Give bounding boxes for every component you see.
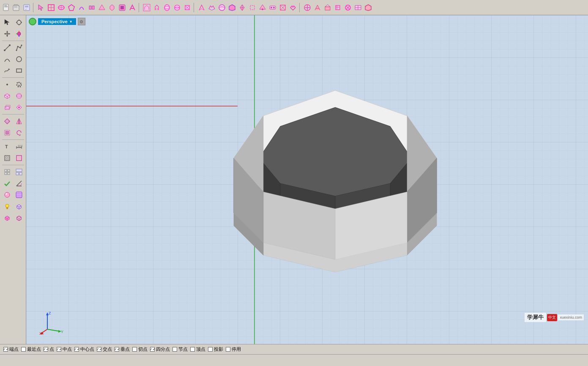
left-icon-rectangle[interactable] xyxy=(14,65,25,76)
left-icon-transform[interactable] xyxy=(2,116,13,127)
toolbar-icon-5[interactable] xyxy=(57,3,66,12)
snap-checkbox-disable[interactable] xyxy=(226,347,230,352)
toolbar-icon-6[interactable] xyxy=(67,3,76,12)
left-icon-angle-dim[interactable] xyxy=(14,178,25,189)
toolbar-icon-18[interactable] xyxy=(197,3,206,12)
toolbar-icon-15[interactable] xyxy=(162,3,172,12)
left-icon-extrude[interactable] xyxy=(2,102,13,113)
toolbar-icon-14[interactable] xyxy=(152,3,161,12)
toolbar-icon-30[interactable] xyxy=(323,3,332,12)
snap-checkbox-endpoint[interactable]: ✓ xyxy=(3,347,8,352)
snap-checkbox-knot[interactable] xyxy=(172,347,177,352)
left-icon-rotate[interactable] xyxy=(14,127,25,138)
left-icon-clipping[interactable] xyxy=(14,153,25,164)
toolbar-icon-2[interactable] xyxy=(12,3,21,12)
toolbar-icon-26[interactable] xyxy=(278,3,287,12)
toolbar-icon-1[interactable] xyxy=(2,3,11,12)
toolbar-icon-9[interactable] xyxy=(97,3,107,12)
left-icon-move-axes[interactable] xyxy=(2,28,13,39)
snap-item-intersect[interactable]: ✓ 交点 xyxy=(97,346,112,352)
toolbar-icon-21[interactable] xyxy=(227,3,237,12)
toolbar-icon-3[interactable] xyxy=(22,3,31,12)
snap-item-project[interactable]: 投影 xyxy=(208,346,223,352)
left-icon-hatch[interactable] xyxy=(2,153,13,164)
snap-item-endpoint[interactable]: ✓ 端点 xyxy=(3,346,19,352)
snap-checkbox-center[interactable]: ✓ xyxy=(74,347,79,352)
left-icon-line[interactable] xyxy=(2,42,13,53)
left-icon-layout[interactable] xyxy=(14,167,25,178)
left-icon-point[interactable] xyxy=(2,79,13,90)
left-icon-crosshair[interactable] xyxy=(14,17,25,28)
left-icon-revolve[interactable] xyxy=(14,102,25,113)
left-icon-cursor[interactable] xyxy=(2,17,13,28)
left-icon-arc[interactable] xyxy=(2,54,13,65)
left-icon-scale[interactable] xyxy=(2,127,13,138)
snap-item-vertex[interactable]: 顶点 xyxy=(190,346,205,352)
left-icon-block[interactable] xyxy=(14,201,25,212)
left-icon-freeform-curve[interactable] xyxy=(2,65,13,76)
viewport-menu-icon[interactable]: ⚙ xyxy=(78,18,85,25)
power-button[interactable] xyxy=(29,18,36,25)
snap-checkbox-point[interactable]: ✓ xyxy=(44,347,48,352)
left-icon-box[interactable] xyxy=(2,90,13,101)
toolbar-icon-23[interactable] xyxy=(248,3,257,12)
toolbar-icon-16[interactable] xyxy=(172,3,182,12)
perspective-dropdown[interactable]: Perspective xyxy=(38,18,76,25)
left-icon-circle[interactable] xyxy=(14,54,25,65)
snap-checkbox-midpoint[interactable]: ✓ xyxy=(57,347,61,352)
left-icon-dimension[interactable]: 12.0 xyxy=(14,141,25,152)
snap-checkbox-perp[interactable]: ✓ xyxy=(115,347,119,352)
toolbar-icon-12[interactable] xyxy=(128,3,137,12)
toolbar-icon-29[interactable] xyxy=(313,3,322,12)
toolbar-icon-20[interactable] xyxy=(217,3,227,12)
snap-item-tangent[interactable]: 切点 xyxy=(132,346,148,352)
viewport[interactable]: Perspective ⚙ xyxy=(26,15,588,344)
toolbar-icon-10[interactable] xyxy=(107,3,117,12)
left-icon-polyline[interactable] xyxy=(14,42,25,53)
left-icon-sphere[interactable] xyxy=(14,90,25,101)
toolbar-icon-8[interactable] xyxy=(87,3,96,12)
toolbar-icon-34[interactable] xyxy=(364,3,373,12)
left-icon-pointcloud[interactable] xyxy=(14,79,25,90)
snap-item-perp[interactable]: ✓ 垂点 xyxy=(115,346,130,352)
snap-item-point[interactable]: ✓ 点 xyxy=(44,346,54,352)
left-icon-text[interactable]: T xyxy=(2,141,13,152)
toolbar-icon-17[interactable] xyxy=(183,3,192,12)
snap-item-nearest[interactable]: 最近点 xyxy=(21,346,41,352)
snap-item-knot[interactable]: 节点 xyxy=(172,346,188,352)
toolbar-icon-28[interactable] xyxy=(303,3,312,12)
left-icon-light[interactable] xyxy=(2,201,13,212)
toolbar-icon-19[interactable] xyxy=(207,3,216,12)
left-icon-grid[interactable] xyxy=(2,167,13,178)
left-icon-mirror[interactable] xyxy=(14,116,25,127)
snap-item-quad[interactable]: ✓ 四分点 xyxy=(150,346,170,352)
toolbar-icon-select[interactable] xyxy=(36,3,46,12)
snap-checkbox-quad[interactable]: ✓ xyxy=(150,347,155,352)
snap-checkbox-project[interactable] xyxy=(208,347,213,352)
toolbar-icon-24[interactable] xyxy=(258,3,267,12)
toolbar-icon-11[interactable] xyxy=(118,3,127,12)
toolbar-icon-33[interactable] xyxy=(353,3,363,12)
toolbar-icon-4[interactable] xyxy=(46,3,56,12)
left-icon-texture[interactable] xyxy=(14,189,25,200)
left-icon-gumball[interactable] xyxy=(14,28,25,39)
left-icon-cube-wire[interactable] xyxy=(14,212,25,223)
snap-item-midpoint[interactable]: ✓ 中点 xyxy=(57,346,72,352)
left-icon-cube-3d[interactable] xyxy=(2,212,13,223)
toolbar-icon-25[interactable] xyxy=(268,3,277,12)
toolbar-icon-13[interactable] xyxy=(142,3,151,12)
toolbar-icon-32[interactable] xyxy=(343,3,353,12)
svg-rect-121 xyxy=(6,208,8,209)
toolbar-icon-22[interactable] xyxy=(238,3,247,12)
snap-checkbox-nearest[interactable] xyxy=(21,347,26,352)
snap-checkbox-vertex[interactable] xyxy=(190,347,195,352)
left-icon-check[interactable] xyxy=(2,178,13,189)
snap-checkbox-intersect[interactable]: ✓ xyxy=(97,347,101,352)
toolbar-icon-7[interactable] xyxy=(77,3,86,12)
snap-checkbox-tangent[interactable] xyxy=(132,347,137,352)
snap-item-center[interactable]: ✓ 中心点 xyxy=(74,346,94,352)
snap-item-disable[interactable]: 停用 xyxy=(226,346,241,352)
toolbar-icon-31[interactable] xyxy=(333,3,342,12)
left-icon-render[interactable] xyxy=(2,189,13,200)
toolbar-icon-27[interactable] xyxy=(288,3,298,12)
